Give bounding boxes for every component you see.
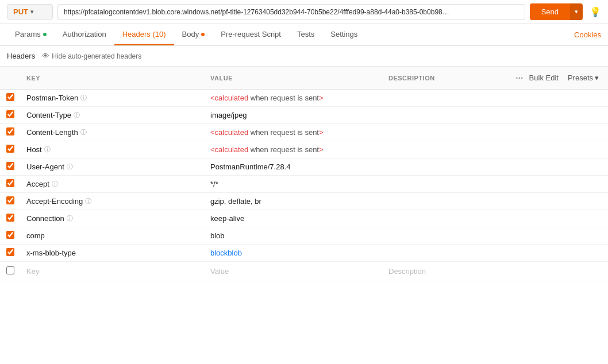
row-key: comp [26, 231, 45, 240]
row-checkbox[interactable] [6, 127, 14, 135]
presets-button[interactable]: Presets ▾ [564, 71, 602, 84]
tabs-bar: Params Authorization Headers (10) Body P… [0, 24, 608, 46]
params-dot [43, 33, 47, 36]
more-icon[interactable]: ··· [515, 73, 523, 83]
tab-tests[interactable]: Tests [289, 24, 322, 45]
table-row: Connectionⓘkeep-alive [0, 210, 608, 227]
table-row: Acceptⓘ*/* [0, 176, 608, 193]
cookies-link[interactable]: Cookies [574, 30, 601, 39]
table-header-row: KEY VALUE DESCRIPTION ··· Bulk Edit Pres… [0, 67, 608, 90]
new-value-placeholder: Value [210, 267, 229, 276]
headers-table: KEY VALUE DESCRIPTION ··· Bulk Edit Pres… [0, 67, 608, 281]
row-key: Postman-Token [26, 94, 78, 102]
info-icon[interactable]: ⓘ [44, 145, 51, 154]
row-checkbox[interactable] [6, 179, 14, 187]
row-description [383, 141, 467, 158]
th-actions: ··· Bulk Edit Presets ▾ [467, 67, 609, 90]
table-row: Content-Typeⓘimage/jpeg [0, 107, 608, 124]
method-label: PUT [13, 7, 28, 16]
row-description [383, 90, 467, 107]
row-checkbox[interactable] [6, 162, 14, 170]
send-button[interactable]: Send [530, 3, 570, 20]
new-header-row: Key Value Description [0, 262, 608, 281]
row-key: Host [26, 145, 42, 154]
row-value: PostmanRuntime/7.28.4 [205, 158, 383, 176]
tab-body-label: Body [182, 30, 199, 38]
row-checkbox[interactable] [6, 110, 14, 118]
row-description [383, 124, 467, 141]
row-description [383, 245, 467, 262]
table-row: x-ms-blob-typeblockblob [0, 245, 608, 262]
presets-label: Presets [568, 73, 593, 82]
info-icon[interactable]: ⓘ [80, 128, 87, 137]
send-dropdown-button[interactable]: ▾ [570, 3, 583, 20]
row-checkbox[interactable] [6, 231, 14, 239]
row-value: <calculated when request is sent> [205, 141, 383, 158]
row-value: blockblob [205, 245, 383, 262]
row-description [383, 227, 467, 245]
row-value: image/jpeg [205, 107, 383, 124]
eye-icon: 👁 [42, 52, 49, 60]
method-chevron: ▾ [30, 9, 33, 15]
info-icon[interactable]: ⓘ [67, 214, 73, 223]
row-description [383, 107, 467, 124]
row-checkbox[interactable] [6, 145, 14, 153]
row-checkbox[interactable] [6, 196, 14, 204]
method-select[interactable]: PUT ▾ [7, 4, 53, 20]
row-value: <calculated when request is sent> [205, 124, 383, 141]
tab-authorization-label: Authorization [63, 30, 106, 38]
new-row-checkbox[interactable] [6, 266, 14, 274]
row-checkbox[interactable] [6, 214, 14, 222]
new-key-placeholder[interactable]: Key [26, 267, 39, 276]
tab-params[interactable]: Params [7, 24, 55, 45]
row-key: Content-Length [26, 128, 78, 137]
top-bar: PUT ▾ Send ▾ 💡 [0, 0, 608, 24]
bulk-edit-button[interactable]: Bulk Edit [525, 71, 563, 84]
row-description [383, 176, 467, 193]
tab-settings-label: Settings [330, 30, 357, 38]
table-row: User-AgentⓘPostmanRuntime/7.28.4 [0, 158, 608, 176]
row-value: keep-alive [205, 210, 383, 227]
row-description [383, 158, 467, 176]
tab-tests-label: Tests [297, 30, 314, 38]
headers-sub-toolbar: Headers 👁 Hide auto-generated headers [0, 46, 608, 67]
new-description-placeholder: Description [388, 267, 426, 276]
tab-pre-request-label: Pre-request Script [221, 30, 281, 38]
lightbulb-icon[interactable]: 💡 [590, 6, 601, 17]
info-icon[interactable]: ⓘ [74, 111, 80, 119]
hide-auto-headers-button[interactable]: 👁 Hide auto-generated headers [39, 51, 145, 61]
table-row: Hostⓘ<calculated when request is sent> [0, 141, 608, 158]
row-value: gzip, deflate, br [205, 193, 383, 210]
th-key: KEY [21, 67, 205, 90]
tab-params-label: Params [15, 30, 41, 38]
tab-headers[interactable]: Headers (10) [114, 24, 174, 45]
row-key: User-Agent [26, 162, 64, 171]
info-icon[interactable]: ⓘ [85, 197, 91, 206]
url-input[interactable] [57, 4, 525, 20]
row-key: Accept [26, 180, 49, 188]
row-value: <calculated when request is sent> [205, 90, 383, 107]
body-dot [201, 33, 205, 36]
info-icon[interactable]: ⓘ [67, 162, 73, 171]
row-key: Connection [26, 214, 64, 223]
tab-headers-label: Headers (10) [122, 30, 166, 38]
tab-pre-request-script[interactable]: Pre-request Script [213, 24, 289, 45]
send-btn-group: Send ▾ [530, 3, 583, 20]
table-row: Postman-Tokenⓘ<calculated when request i… [0, 90, 608, 107]
row-value: */* [205, 176, 383, 193]
info-icon[interactable]: ⓘ [52, 180, 58, 188]
table-row: Accept-Encodingⓘgzip, deflate, br [0, 193, 608, 210]
row-description [383, 210, 467, 227]
hide-auto-label: Hide auto-generated headers [52, 52, 141, 60]
info-icon[interactable]: ⓘ [80, 94, 87, 102]
table-row: Content-Lengthⓘ<calculated when request … [0, 124, 608, 141]
headers-label: Headers [7, 52, 35, 60]
tab-body[interactable]: Body [174, 24, 213, 45]
tab-authorization[interactable]: Authorization [55, 24, 114, 45]
tab-settings[interactable]: Settings [322, 24, 365, 45]
row-checkbox[interactable] [6, 93, 14, 101]
row-key: x-ms-blob-type [26, 249, 76, 257]
row-checkbox[interactable] [6, 248, 14, 256]
th-description: DESCRIPTION [383, 67, 467, 90]
row-description [383, 193, 467, 210]
